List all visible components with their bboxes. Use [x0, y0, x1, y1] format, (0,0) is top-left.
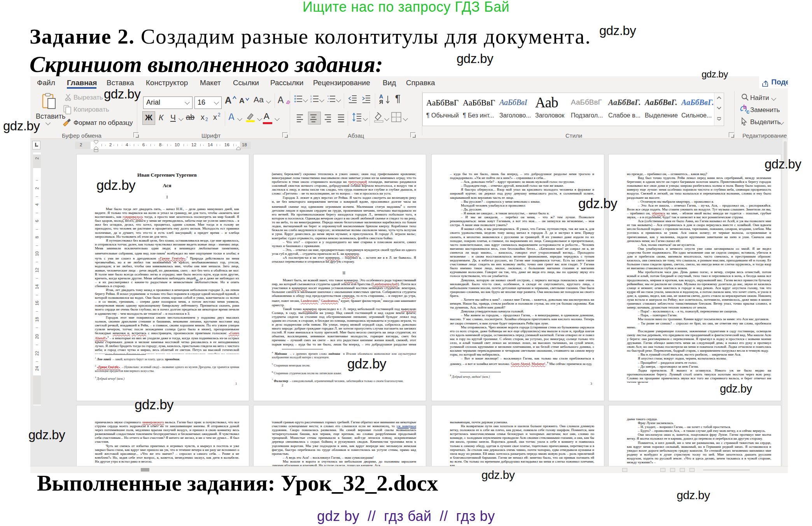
svg-text:3: 3: [310, 100, 312, 103]
svg-text:2: 2: [310, 98, 312, 100]
svg-text:1: 1: [310, 95, 312, 97]
